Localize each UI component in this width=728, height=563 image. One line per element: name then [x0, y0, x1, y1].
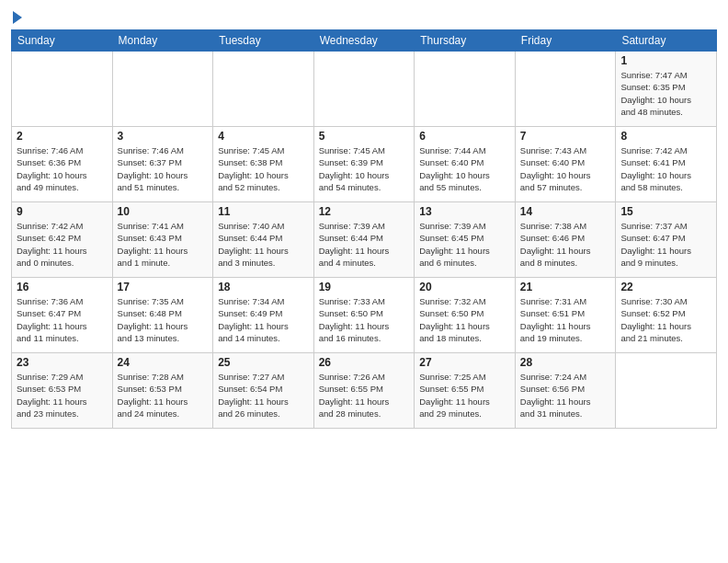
calendar-cell: 14Sunrise: 7:38 AM Sunset: 6:46 PM Dayli… — [515, 202, 616, 278]
day-number: 26 — [319, 356, 410, 369]
day-info: Sunrise: 7:31 AM Sunset: 6:51 PM Dayligh… — [520, 295, 611, 344]
page-container: SundayMondayTuesdayWednesdayThursdayFrid… — [0, 0, 728, 563]
calendar-cell: 24Sunrise: 7:28 AM Sunset: 6:53 PM Dayli… — [112, 353, 213, 429]
day-number: 5 — [319, 130, 410, 143]
day-info: Sunrise: 7:46 AM Sunset: 6:36 PM Dayligh… — [17, 144, 108, 193]
day-number: 14 — [520, 205, 611, 218]
weekday-header-wednesday: Wednesday — [313, 30, 415, 52]
calendar-cell: 26Sunrise: 7:26 AM Sunset: 6:55 PM Dayli… — [313, 353, 415, 429]
day-number: 11 — [218, 205, 309, 218]
logo — [11, 13, 22, 24]
calendar-cell: 5Sunrise: 7:45 AM Sunset: 6:39 PM Daylig… — [313, 127, 415, 202]
calendar-cell: 11Sunrise: 7:40 AM Sunset: 6:44 PM Dayli… — [213, 202, 314, 278]
day-number: 3 — [118, 130, 209, 143]
day-info: Sunrise: 7:33 AM Sunset: 6:50 PM Dayligh… — [319, 295, 410, 344]
calendar-cell: 12Sunrise: 7:39 AM Sunset: 6:44 PM Dayli… — [313, 202, 415, 278]
day-info: Sunrise: 7:39 AM Sunset: 6:45 PM Dayligh… — [419, 220, 510, 269]
calendar-cell — [112, 52, 213, 127]
calendar-cell — [213, 52, 314, 127]
calendar-cell: 15Sunrise: 7:37 AM Sunset: 6:47 PM Dayli… — [616, 202, 717, 278]
calendar-cell: 2Sunrise: 7:46 AM Sunset: 6:36 PM Daylig… — [12, 127, 113, 202]
day-number: 17 — [118, 281, 209, 293]
day-number: 8 — [620, 130, 711, 143]
day-info: Sunrise: 7:36 AM Sunset: 6:47 PM Dayligh… — [17, 295, 108, 344]
calendar-cell: 17Sunrise: 7:35 AM Sunset: 6:48 PM Dayli… — [112, 278, 213, 353]
day-number: 10 — [118, 205, 209, 218]
day-info: Sunrise: 7:25 AM Sunset: 6:55 PM Dayligh… — [419, 371, 510, 419]
calendar-week-row: 9Sunrise: 7:42 AM Sunset: 6:42 PM Daylig… — [12, 202, 717, 278]
weekday-header-thursday: Thursday — [415, 30, 516, 52]
day-info: Sunrise: 7:45 AM Sunset: 6:39 PM Dayligh… — [319, 144, 410, 193]
day-number: 1 — [620, 54, 711, 67]
calendar-cell — [415, 52, 516, 127]
day-number: 21 — [520, 281, 611, 293]
calendar-cell: 18Sunrise: 7:34 AM Sunset: 6:49 PM Dayli… — [213, 278, 314, 353]
weekday-header-friday: Friday — [515, 30, 616, 52]
calendar-cell: 3Sunrise: 7:46 AM Sunset: 6:37 PM Daylig… — [112, 127, 213, 202]
day-number: 7 — [520, 130, 611, 143]
calendar-cell: 1Sunrise: 7:47 AM Sunset: 6:35 PM Daylig… — [616, 52, 717, 127]
calendar-cell: 21Sunrise: 7:31 AM Sunset: 6:51 PM Dayli… — [515, 278, 616, 353]
day-info: Sunrise: 7:30 AM Sunset: 6:52 PM Dayligh… — [620, 295, 711, 344]
day-number: 27 — [419, 356, 510, 369]
day-number: 16 — [17, 281, 108, 293]
day-info: Sunrise: 7:29 AM Sunset: 6:53 PM Dayligh… — [17, 371, 108, 419]
calendar-cell: 7Sunrise: 7:43 AM Sunset: 6:40 PM Daylig… — [515, 127, 616, 202]
day-number: 28 — [520, 356, 611, 369]
calendar-cell — [313, 52, 415, 127]
calendar-cell: 23Sunrise: 7:29 AM Sunset: 6:53 PM Dayli… — [12, 353, 113, 429]
day-info: Sunrise: 7:42 AM Sunset: 6:41 PM Dayligh… — [620, 144, 711, 193]
day-info: Sunrise: 7:26 AM Sunset: 6:55 PM Dayligh… — [319, 371, 410, 419]
calendar-cell: 6Sunrise: 7:44 AM Sunset: 6:40 PM Daylig… — [415, 127, 516, 202]
weekday-header-saturday: Saturday — [616, 30, 717, 52]
day-info: Sunrise: 7:40 AM Sunset: 6:44 PM Dayligh… — [218, 220, 309, 269]
day-number: 18 — [218, 281, 309, 293]
day-info: Sunrise: 7:44 AM Sunset: 6:40 PM Dayligh… — [419, 144, 510, 193]
calendar-cell: 9Sunrise: 7:42 AM Sunset: 6:42 PM Daylig… — [12, 202, 113, 278]
calendar-cell: 10Sunrise: 7:41 AM Sunset: 6:43 PM Dayli… — [112, 202, 213, 278]
day-info: Sunrise: 7:37 AM Sunset: 6:47 PM Dayligh… — [620, 220, 711, 269]
calendar-week-row: 16Sunrise: 7:36 AM Sunset: 6:47 PM Dayli… — [12, 278, 717, 353]
day-info: Sunrise: 7:43 AM Sunset: 6:40 PM Dayligh… — [520, 144, 611, 193]
day-number: 12 — [319, 205, 410, 218]
day-number: 2 — [17, 130, 108, 143]
day-number: 20 — [419, 281, 510, 293]
day-number: 6 — [419, 130, 510, 143]
day-info: Sunrise: 7:28 AM Sunset: 6:53 PM Dayligh… — [118, 371, 209, 419]
weekday-header-monday: Monday — [112, 30, 213, 52]
calendar-cell — [515, 52, 616, 127]
calendar-cell: 20Sunrise: 7:32 AM Sunset: 6:50 PM Dayli… — [415, 278, 516, 353]
calendar-cell: 28Sunrise: 7:24 AM Sunset: 6:56 PM Dayli… — [515, 353, 616, 429]
calendar-cell: 4Sunrise: 7:45 AM Sunset: 6:38 PM Daylig… — [213, 127, 314, 202]
calendar-week-row: 2Sunrise: 7:46 AM Sunset: 6:36 PM Daylig… — [12, 127, 717, 202]
calendar-cell: 22Sunrise: 7:30 AM Sunset: 6:52 PM Dayli… — [616, 278, 717, 353]
day-info: Sunrise: 7:32 AM Sunset: 6:50 PM Dayligh… — [419, 295, 510, 344]
day-number: 19 — [319, 281, 410, 293]
day-number: 23 — [17, 356, 108, 369]
day-info: Sunrise: 7:41 AM Sunset: 6:43 PM Dayligh… — [118, 220, 209, 269]
weekday-header-sunday: Sunday — [12, 30, 113, 52]
calendar-cell — [616, 353, 717, 429]
calendar-week-row: 23Sunrise: 7:29 AM Sunset: 6:53 PM Dayli… — [12, 353, 717, 429]
day-info: Sunrise: 7:27 AM Sunset: 6:54 PM Dayligh… — [218, 371, 309, 419]
day-number: 25 — [218, 356, 309, 369]
day-info: Sunrise: 7:42 AM Sunset: 6:42 PM Dayligh… — [17, 220, 108, 269]
day-number: 24 — [118, 356, 209, 369]
calendar-table: SundayMondayTuesdayWednesdayThursdayFrid… — [11, 29, 717, 429]
day-number: 22 — [620, 281, 711, 293]
calendar-cell: 27Sunrise: 7:25 AM Sunset: 6:55 PM Dayli… — [415, 353, 516, 429]
day-info: Sunrise: 7:45 AM Sunset: 6:38 PM Dayligh… — [218, 144, 309, 193]
weekday-header-row: SundayMondayTuesdayWednesdayThursdayFrid… — [12, 30, 717, 52]
header — [11, 9, 717, 24]
day-number: 13 — [419, 205, 510, 218]
calendar-cell: 8Sunrise: 7:42 AM Sunset: 6:41 PM Daylig… — [616, 127, 717, 202]
day-info: Sunrise: 7:24 AM Sunset: 6:56 PM Dayligh… — [520, 371, 611, 419]
calendar-week-row: 1Sunrise: 7:47 AM Sunset: 6:35 PM Daylig… — [12, 52, 717, 127]
day-info: Sunrise: 7:34 AM Sunset: 6:49 PM Dayligh… — [218, 295, 309, 344]
calendar-cell: 16Sunrise: 7:36 AM Sunset: 6:47 PM Dayli… — [12, 278, 113, 353]
day-number: 9 — [17, 205, 108, 218]
day-info: Sunrise: 7:47 AM Sunset: 6:35 PM Dayligh… — [620, 69, 711, 118]
logo-arrow-icon — [13, 11, 22, 24]
day-info: Sunrise: 7:38 AM Sunset: 6:46 PM Dayligh… — [520, 220, 611, 269]
weekday-header-tuesday: Tuesday — [213, 30, 314, 52]
